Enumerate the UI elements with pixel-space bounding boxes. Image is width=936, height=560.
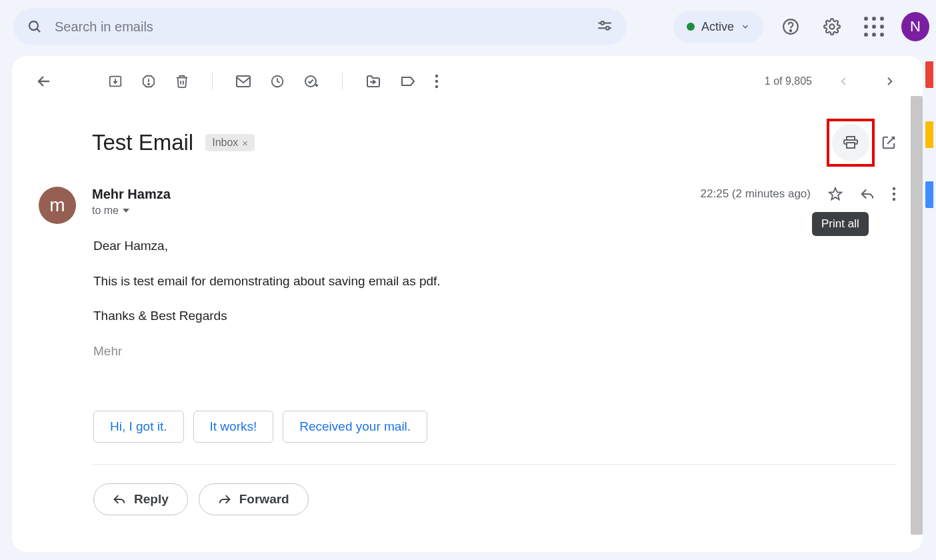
body-line: This is test email for demonstrating abo… <box>93 273 896 291</box>
more-button[interactable] <box>435 74 439 89</box>
svg-point-24 <box>435 80 438 83</box>
search-icon <box>27 19 43 35</box>
svg-point-31 <box>893 193 895 195</box>
search-box[interactable] <box>13 8 627 45</box>
svg-rect-17 <box>237 76 250 87</box>
star-button[interactable] <box>828 187 843 201</box>
open-new-window-button[interactable] <box>881 135 896 150</box>
svg-rect-27 <box>847 143 855 148</box>
search-input[interactable] <box>43 19 596 35</box>
svg-line-1 <box>37 29 40 32</box>
forward-button[interactable]: Forward <box>199 483 309 515</box>
print-icon <box>843 135 859 151</box>
more-options-button[interactable] <box>892 187 896 201</box>
status-label: Active <box>701 20 734 34</box>
email-subject: Test Email <box>92 130 193 155</box>
smart-reply-2[interactable]: It works! <box>193 411 274 443</box>
folder-label-text: Inbox <box>212 137 238 149</box>
pager-text: 1 of 9,805 <box>765 75 812 87</box>
svg-point-32 <box>893 198 895 201</box>
email-body: Dear Hamza, This is test email for demon… <box>12 231 923 391</box>
svg-marker-29 <box>829 188 841 199</box>
print-tooltip: Print all <box>812 212 869 236</box>
reply-label: Reply <box>134 492 169 507</box>
help-button[interactable] <box>777 12 805 41</box>
sidepanel-app-1[interactable] <box>925 61 933 88</box>
svg-point-4 <box>601 21 604 25</box>
add-to-tasks-button[interactable] <box>303 73 319 89</box>
svg-point-8 <box>830 24 835 29</box>
archive-button[interactable] <box>108 74 123 89</box>
toolbar-separator <box>212 73 213 90</box>
svg-point-7 <box>790 30 791 31</box>
apps-grid-icon <box>864 17 884 37</box>
status-chip[interactable]: Active <box>673 11 763 43</box>
svg-point-30 <box>893 187 895 190</box>
subject-row: Test Email Inbox × <box>12 107 923 175</box>
recipient-text: to me <box>92 205 119 217</box>
toolbar-separator <box>342 73 343 90</box>
chevron-down-icon <box>741 22 750 31</box>
labels-button[interactable] <box>400 75 416 88</box>
smart-reply-1[interactable]: Hi, I got it. <box>93 411 184 443</box>
settings-button[interactable] <box>818 12 846 41</box>
profile-initial: N <box>910 18 921 35</box>
delete-button[interactable] <box>175 74 189 89</box>
reply-icon <box>113 493 126 505</box>
search-options-icon[interactable] <box>596 18 613 35</box>
forward-label: Forward <box>239 492 289 507</box>
body-signature: Mehr <box>93 343 896 361</box>
status-dot-icon <box>687 23 695 31</box>
mark-unread-button[interactable] <box>235 75 251 88</box>
sidepanel-app-2[interactable] <box>925 121 933 148</box>
sender-avatar[interactable]: m <box>39 187 76 224</box>
prev-button[interactable] <box>831 68 857 95</box>
apps-button[interactable] <box>860 12 888 41</box>
email-toolbar: 1 of 9,805 <box>12 56 923 107</box>
smart-reply-3[interactable]: Received your mail. <box>283 411 427 443</box>
print-button[interactable] <box>832 124 869 161</box>
sender-initial: m <box>49 195 65 216</box>
remove-label-icon[interactable]: × <box>242 137 248 149</box>
recipient-line[interactable]: to me <box>92 205 171 217</box>
svg-point-5 <box>606 27 609 30</box>
svg-point-23 <box>435 75 438 77</box>
svg-point-14 <box>148 83 149 85</box>
chevron-down-icon <box>123 209 129 213</box>
folder-label-chip[interactable]: Inbox × <box>205 134 255 151</box>
sender-row: m Mehr Hamza to me 22:25 (2 minutes ago) <box>12 175 923 231</box>
svg-line-28 <box>887 137 894 144</box>
top-bar: Active N <box>0 0 936 53</box>
scrollbar[interactable] <box>911 96 923 535</box>
side-panel <box>925 61 936 208</box>
reply-button[interactable]: Reply <box>93 483 188 515</box>
svg-point-0 <box>29 21 38 30</box>
print-highlight-box <box>827 119 875 167</box>
action-row: Reply Forward <box>12 465 923 529</box>
profile-avatar[interactable]: N <box>901 12 929 41</box>
email-timestamp: 22:25 (2 minutes ago) <box>701 187 811 201</box>
sidepanel-app-3[interactable] <box>925 181 933 208</box>
move-to-button[interactable] <box>365 74 381 89</box>
snooze-button[interactable] <box>270 74 285 89</box>
reply-icon-button[interactable] <box>860 187 875 201</box>
svg-point-25 <box>435 85 438 88</box>
sender-name: Mehr Hamza <box>92 187 171 202</box>
body-closing: Thanks & Best Regards <box>93 307 896 325</box>
body-greeting: Dear Hamza, <box>93 237 896 255</box>
forward-icon <box>218 493 231 505</box>
next-button[interactable] <box>876 68 903 95</box>
smart-reply-row: Hi, I got it. It works! Received your ma… <box>12 391 923 459</box>
report-spam-button[interactable] <box>141 74 156 89</box>
email-panel: 1 of 9,805 Test Email Inbox × Print all … <box>12 56 923 552</box>
back-button[interactable] <box>36 73 52 89</box>
